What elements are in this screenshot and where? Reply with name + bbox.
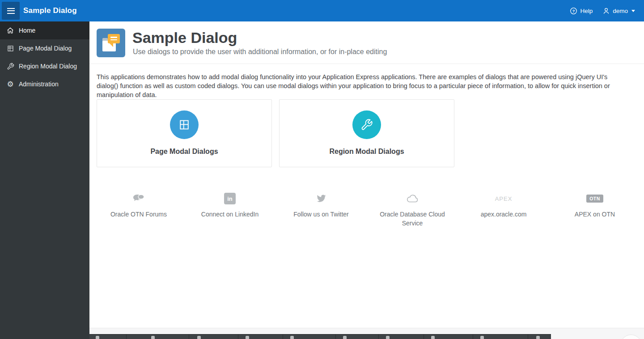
card-page-modal-dialogs[interactable]: Page Modal Dialogs <box>97 99 272 167</box>
link-label: apex.oracle.com <box>481 210 527 219</box>
link-label: Oracle OTN Forums <box>110 210 167 219</box>
person-icon <box>602 7 610 15</box>
link-oracle-otn-forums[interactable]: Oracle OTN Forums <box>93 191 184 228</box>
link-apex-oracle-com[interactable]: APEX apex.oracle.com <box>458 191 549 228</box>
footer-links: Oracle OTN Forums in Connect on LinkedIn… <box>93 191 640 228</box>
sidebar-item-region-modal-dialog[interactable]: Region Modal Dialog <box>0 57 89 75</box>
help-label: Help <box>580 8 593 14</box>
grid-icon <box>6 44 15 53</box>
chevron-down-icon <box>631 10 635 12</box>
page-title: Sample Dialog <box>132 29 237 47</box>
card-region-modal-dialogs[interactable]: Region Modal Dialogs <box>279 99 454 167</box>
dev-toolbar-segment[interactable] <box>283 335 336 339</box>
help-icon: ? <box>570 7 577 15</box>
intro-text: This applications demonstrates how to ad… <box>97 72 630 99</box>
user-menu[interactable]: demo <box>602 7 635 15</box>
wrench-icon <box>352 110 381 139</box>
gear-icon: ⚙ <box>6 80 15 89</box>
otn-badge: OTN <box>586 191 603 206</box>
apex-wordmark: APEX <box>495 191 513 206</box>
link-oracle-database-cloud-service[interactable]: Oracle Database Cloud Service <box>367 191 458 228</box>
link-follow-us-on-twitter[interactable]: Follow us on Twitter <box>275 191 367 228</box>
help-link[interactable]: ? Help <box>570 7 593 15</box>
twitter-icon <box>315 191 327 206</box>
dev-toolbar-segment[interactable] <box>528 335 551 339</box>
home-icon <box>6 26 15 35</box>
dev-toolbar-segment[interactable] <box>127 335 189 339</box>
sidebar-item-home[interactable]: Home <box>0 21 89 39</box>
nav-menu-button[interactable] <box>2 2 20 20</box>
sidebar-item-label: Administration <box>19 81 59 88</box>
grid-icon <box>170 110 199 139</box>
card-label: Page Modal Dialogs <box>150 148 218 156</box>
hamburger-icon <box>7 8 15 14</box>
dev-toolbar-segment[interactable] <box>238 335 283 339</box>
dev-toolbar-segment[interactable] <box>336 335 379 339</box>
link-label: Oracle Database Cloud Service <box>377 210 448 228</box>
topbar-app-title: Sample Dialog <box>23 6 77 15</box>
username: demo <box>613 8 628 14</box>
dev-toolbar-segment[interactable] <box>89 335 127 339</box>
dev-toolbar-segment[interactable] <box>473 335 528 339</box>
developer-toolbar <box>89 334 551 339</box>
sidebar: Home Page Modal Dialog Region Modal Dial… <box>0 21 89 339</box>
link-label: APEX on OTN <box>575 210 615 219</box>
linkedin-icon: in <box>224 191 236 206</box>
link-label: Follow us on Twitter <box>293 210 348 219</box>
dev-toolbar-segment[interactable] <box>424 335 473 339</box>
card-label: Region Modal Dialogs <box>329 148 404 156</box>
dev-toolbar-segment[interactable] <box>189 335 238 339</box>
topbar-right: ? Help demo <box>570 7 644 15</box>
sidebar-item-label: Page Modal Dialog <box>19 45 72 52</box>
page-header: Sample Dialog Use dialogs to provide the… <box>89 21 644 64</box>
wrench-icon <box>6 62 15 71</box>
sidebar-item-page-modal-dialog[interactable]: Page Modal Dialog <box>0 39 89 57</box>
sidebar-item-label: Region Modal Dialog <box>19 63 77 70</box>
link-label: Connect on LinkedIn <box>201 210 258 219</box>
sidebar-item-administration[interactable]: ⚙ Administration <box>0 75 89 93</box>
link-apex-on-otn[interactable]: OTN APEX on OTN <box>549 191 640 228</box>
cloud-icon <box>406 191 419 206</box>
forum-icon <box>132 191 145 206</box>
topbar: Sample Dialog ? Help demo <box>0 0 644 21</box>
sidebar-item-label: Home <box>19 27 35 34</box>
chat-app-icon <box>97 29 125 57</box>
svg-text:?: ? <box>572 8 575 13</box>
dev-toolbar-segment[interactable] <box>379 335 424 339</box>
main-content: Sample Dialog Use dialogs to provide the… <box>89 21 644 328</box>
page-subtitle: Use dialogs to provide the user with add… <box>133 48 387 56</box>
link-connect-on-linkedin[interactable]: in Connect on LinkedIn <box>184 191 275 228</box>
